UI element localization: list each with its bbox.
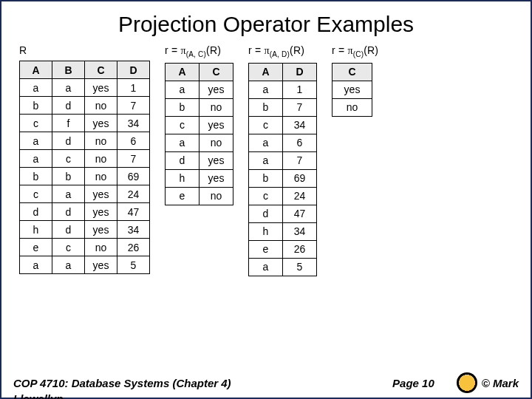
- table-relation-r: A B C D aayes1bdno7cfyes34adno6acno7bbno…: [19, 61, 150, 274]
- table-row: b69: [249, 169, 317, 187]
- cell: a: [52, 79, 85, 97]
- column-relation-r: R A B C D aayes1bdno7cfyes34adno6acno7bb…: [19, 44, 150, 274]
- cell: 34: [117, 221, 150, 239]
- cell: yes: [200, 81, 233, 98]
- relation-r-label: R: [19, 44, 27, 56]
- table-row: adno6: [20, 132, 150, 150]
- ucf-logo-icon: [457, 372, 477, 393]
- table-body: yesno: [332, 81, 372, 116]
- table-row: dyes: [166, 151, 233, 169]
- proj-c-label: r = π(C)(R): [332, 44, 378, 58]
- label-text: r =: [165, 44, 180, 56]
- cell: 6: [283, 134, 317, 151]
- cell: a: [20, 132, 52, 150]
- cell: yes: [332, 81, 372, 98]
- col-header: A: [249, 63, 283, 81]
- table-row: c34: [249, 116, 317, 134]
- slide-title: Projection Operator Examples: [16, 12, 516, 37]
- cell: 47: [283, 205, 317, 222]
- footer-author-cut: Llewellyn: [13, 392, 64, 399]
- column-proj-ac: r = π(A, C)(R) A C ayesbnocyesanodyeshye…: [165, 44, 233, 205]
- proj-ac-label: r = π(A, C)(R): [165, 44, 221, 58]
- table-body: aayes1bdno7cfyes34adno6acno7bbno69cayes2…: [20, 79, 150, 274]
- cell: 69: [117, 168, 150, 185]
- label-text: (R): [364, 44, 378, 56]
- pi-symbol: π: [264, 45, 269, 56]
- table-row: cyes: [166, 116, 233, 134]
- cell: no: [85, 168, 117, 185]
- cell: h: [166, 169, 200, 187]
- label-text: (R): [206, 44, 221, 56]
- cell: d: [20, 203, 52, 221]
- footer-page: Page 10: [392, 377, 434, 389]
- cell: d: [52, 221, 85, 239]
- cell: yes: [200, 116, 233, 134]
- cell: 47: [117, 203, 150, 221]
- cell: e: [249, 240, 283, 258]
- cell: a: [249, 151, 283, 169]
- cell: h: [20, 221, 52, 239]
- cell: 34: [117, 115, 150, 132]
- table-row: ecno26: [20, 239, 150, 256]
- table-proj-ac: A C ayesbnocyesanodyeshyeseno: [165, 63, 233, 205]
- cell: 34: [283, 116, 317, 134]
- table-row: cayes24: [20, 185, 150, 203]
- cell: c: [20, 115, 52, 132]
- cell: 7: [117, 97, 150, 115]
- cell: 1: [117, 79, 150, 97]
- cell: yes: [200, 151, 233, 169]
- footer-course: COP 4710: Database Systems (Chapter 4): [13, 377, 370, 389]
- col-header: C: [200, 63, 233, 81]
- cell: yes: [85, 256, 117, 274]
- table-row: c24: [249, 187, 317, 205]
- cell: a: [20, 150, 52, 168]
- table-row: hyes: [166, 169, 233, 187]
- cell: yes: [85, 185, 117, 203]
- cell: b: [249, 169, 283, 187]
- table-row: hdyes34: [20, 221, 150, 239]
- footer-right: © Mark: [457, 372, 519, 393]
- cell: d: [166, 151, 200, 169]
- cell: 5: [283, 258, 317, 276]
- pi-subscript: (C): [353, 50, 364, 58]
- cell: 26: [117, 239, 150, 256]
- cell: a: [52, 185, 85, 203]
- table-row: no: [332, 98, 372, 116]
- cell: 69: [283, 169, 317, 187]
- slide: Projection Operator Examples R A B C D a…: [0, 0, 532, 399]
- footer: COP 4710: Database Systems (Chapter 4) P…: [1, 372, 531, 393]
- col-header: D: [117, 61, 150, 79]
- cell: a: [166, 81, 200, 98]
- cell: 34: [283, 222, 317, 240]
- column-proj-ad: r = π(A, D)(R) A D a1b7c34a6a7b69c24d47h…: [248, 44, 317, 276]
- cell: no: [85, 132, 117, 150]
- column-proj-c: r = π(C)(R) C yesno: [332, 44, 378, 117]
- cell: f: [52, 115, 85, 132]
- label-text: r =: [248, 44, 264, 56]
- cell: yes: [85, 79, 117, 97]
- col-header: A: [20, 61, 52, 79]
- table-row: acno7: [20, 150, 150, 168]
- table-body: ayesbnocyesanodyeshyeseno: [166, 81, 233, 205]
- content-area: R A B C D aayes1bdno7cfyes34adno6acno7bb…: [16, 44, 516, 276]
- table-row: bbno69: [20, 168, 150, 185]
- cell: a: [52, 256, 85, 274]
- table-row: a6: [249, 134, 317, 151]
- table-body: a1b7c34a6a7b69c24d47h34e26a5: [249, 81, 317, 276]
- table-proj-c: C yesno: [332, 63, 372, 117]
- pi-subscript: (A, D): [270, 50, 290, 58]
- cell: b: [20, 97, 52, 115]
- cell: yes: [85, 203, 117, 221]
- table-row: b7: [249, 98, 317, 116]
- table-row: yes: [332, 81, 372, 98]
- table-row: ddyes47: [20, 203, 150, 221]
- table-row: a1: [249, 81, 317, 98]
- col-header: B: [52, 61, 85, 79]
- cell: no: [200, 134, 233, 151]
- cell: d: [52, 132, 85, 150]
- cell: 26: [283, 240, 317, 258]
- col-header: C: [332, 63, 372, 81]
- cell: 6: [117, 132, 150, 150]
- cell: a: [166, 134, 200, 151]
- proj-ad-label: r = π(A, D)(R): [248, 44, 304, 58]
